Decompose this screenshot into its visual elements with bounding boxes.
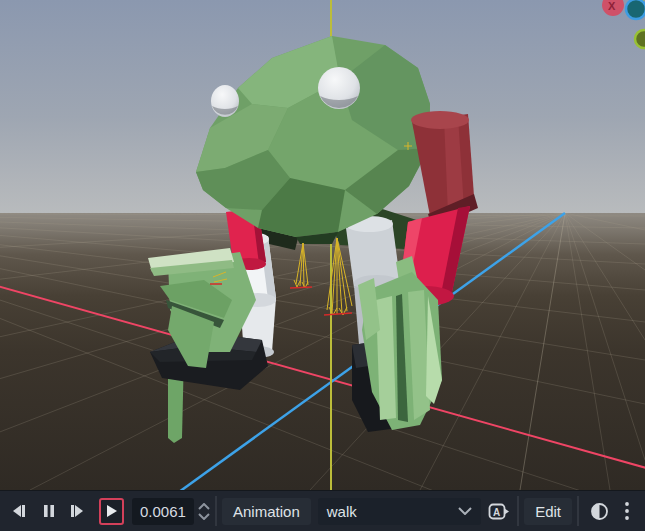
more-options-button[interactable] bbox=[614, 497, 640, 525]
animation-editor-window: X bbox=[0, 0, 645, 531]
autoplay-icon: A bbox=[488, 503, 510, 520]
animation-select[interactable]: walk bbox=[318, 498, 481, 525]
animation-toolbar: Animation walk A Edit bbox=[0, 490, 645, 531]
animation-menu-label: Animation bbox=[233, 503, 300, 520]
separator bbox=[577, 496, 579, 526]
svg-text:A: A bbox=[493, 506, 500, 517]
scene-render: X bbox=[0, 0, 645, 490]
kebab-menu-icon bbox=[625, 502, 629, 520]
time-spinbox bbox=[132, 498, 210, 525]
left-eye bbox=[211, 85, 239, 117]
onion-skinning-icon bbox=[590, 502, 609, 521]
spin-up-icon bbox=[198, 503, 210, 510]
animation-select-value: walk bbox=[327, 503, 458, 520]
play-from-start-button[interactable] bbox=[63, 497, 92, 525]
pause-icon bbox=[42, 504, 56, 518]
edit-button[interactable]: Edit bbox=[524, 498, 572, 525]
time-spinner-arrows[interactable] bbox=[198, 503, 210, 520]
autoplay-on-load-button[interactable]: A bbox=[485, 497, 512, 525]
time-input[interactable] bbox=[132, 498, 194, 525]
separator bbox=[215, 496, 217, 526]
play-icon bbox=[106, 504, 118, 518]
animation-menu-button[interactable]: Animation bbox=[222, 498, 311, 525]
onion-skinning-button[interactable] bbox=[584, 497, 614, 525]
right-eye bbox=[318, 67, 360, 109]
chevron-down-icon bbox=[458, 507, 472, 515]
play-backwards-from-end-button[interactable] bbox=[5, 497, 34, 525]
pause-button[interactable] bbox=[34, 497, 63, 525]
play-button[interactable] bbox=[99, 498, 124, 525]
edit-button-label: Edit bbox=[535, 503, 561, 520]
play-backwards-icon bbox=[11, 504, 28, 518]
viewport-3d[interactable]: X bbox=[0, 0, 645, 490]
toolbar-right-group bbox=[572, 496, 640, 526]
separator bbox=[517, 496, 519, 526]
gizmo-y-neg-ball bbox=[635, 30, 645, 48]
ground-plane bbox=[0, 213, 645, 490]
gizmo-x-label: X bbox=[608, 0, 616, 12]
play-from-start-icon bbox=[69, 504, 86, 518]
spin-down-icon bbox=[198, 513, 210, 520]
gizmo-z-ball bbox=[626, 0, 645, 19]
